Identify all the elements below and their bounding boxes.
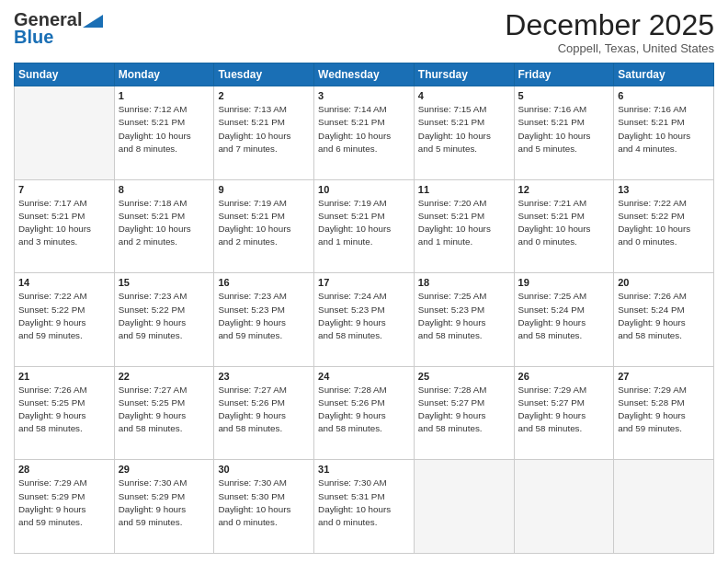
day-cell: 8Sunrise: 7:18 AMSunset: 5:21 PMDaylight… <box>114 179 214 273</box>
day-cell <box>414 460 514 554</box>
day-cell: 24Sunrise: 7:28 AMSunset: 5:26 PMDayligh… <box>314 366 415 460</box>
day-info: Sunrise: 7:24 AMSunset: 5:23 PMDaylight:… <box>318 290 410 342</box>
day-info: Sunrise: 7:29 AMSunset: 5:29 PMDaylight:… <box>18 477 110 529</box>
calendar-header-row: SundayMondayTuesdayWednesdayThursdayFrid… <box>15 63 714 86</box>
day-number: 3 <box>318 90 410 101</box>
week-row-3: 14Sunrise: 7:22 AMSunset: 5:22 PMDayligh… <box>15 273 714 367</box>
day-number: 23 <box>218 371 310 382</box>
day-info: Sunrise: 7:18 AMSunset: 5:21 PMDaylight:… <box>119 197 210 249</box>
day-number: 6 <box>618 90 710 101</box>
day-cell: 2Sunrise: 7:13 AMSunset: 5:21 PMDaylight… <box>214 86 314 180</box>
day-cell <box>15 86 115 180</box>
day-cell: 28Sunrise: 7:29 AMSunset: 5:29 PMDayligh… <box>15 460 115 554</box>
day-info: Sunrise: 7:16 AMSunset: 5:21 PMDaylight:… <box>518 103 610 155</box>
day-number: 20 <box>618 277 710 288</box>
col-header-tuesday: Tuesday <box>214 63 314 86</box>
day-info: Sunrise: 7:17 AMSunset: 5:21 PMDaylight:… <box>18 197 110 249</box>
day-cell: 5Sunrise: 7:16 AMSunset: 5:21 PMDaylight… <box>514 86 614 180</box>
day-cell: 13Sunrise: 7:22 AMSunset: 5:22 PMDayligh… <box>614 179 714 273</box>
day-info: Sunrise: 7:29 AMSunset: 5:28 PMDaylight:… <box>618 384 710 436</box>
day-number: 7 <box>18 184 110 195</box>
day-number: 25 <box>418 371 510 382</box>
day-info: Sunrise: 7:14 AMSunset: 5:21 PMDaylight:… <box>318 103 410 155</box>
day-cell: 9Sunrise: 7:19 AMSunset: 5:21 PMDaylight… <box>214 179 314 273</box>
day-number: 11 <box>418 184 510 195</box>
day-cell: 26Sunrise: 7:29 AMSunset: 5:27 PMDayligh… <box>514 366 614 460</box>
day-number: 30 <box>218 464 310 475</box>
day-number: 31 <box>318 464 410 475</box>
day-cell: 25Sunrise: 7:28 AMSunset: 5:27 PMDayligh… <box>414 366 514 460</box>
day-cell: 17Sunrise: 7:24 AMSunset: 5:23 PMDayligh… <box>314 273 415 367</box>
day-info: Sunrise: 7:15 AMSunset: 5:21 PMDaylight:… <box>418 103 510 155</box>
day-number: 9 <box>218 184 310 195</box>
col-header-sunday: Sunday <box>15 63 115 86</box>
day-number: 26 <box>518 371 610 382</box>
week-row-1: 1Sunrise: 7:12 AMSunset: 5:21 PMDaylight… <box>15 86 714 180</box>
day-info: Sunrise: 7:30 AMSunset: 5:29 PMDaylight:… <box>119 477 210 529</box>
day-number: 4 <box>418 90 510 101</box>
day-info: Sunrise: 7:26 AMSunset: 5:24 PMDaylight:… <box>618 290 710 342</box>
day-info: Sunrise: 7:19 AMSunset: 5:21 PMDaylight:… <box>218 197 310 249</box>
day-info: Sunrise: 7:27 AMSunset: 5:25 PMDaylight:… <box>119 384 210 436</box>
day-number: 8 <box>119 184 210 195</box>
day-info: Sunrise: 7:25 AMSunset: 5:24 PMDaylight:… <box>518 290 610 342</box>
day-cell: 22Sunrise: 7:27 AMSunset: 5:25 PMDayligh… <box>114 366 214 460</box>
day-cell <box>514 460 614 554</box>
day-info: Sunrise: 7:13 AMSunset: 5:21 PMDaylight:… <box>218 103 310 155</box>
header: General Blue December 2025 Coppell, Texa… <box>14 9 714 55</box>
day-info: Sunrise: 7:28 AMSunset: 5:27 PMDaylight:… <box>418 384 510 436</box>
day-info: Sunrise: 7:25 AMSunset: 5:23 PMDaylight:… <box>418 290 510 342</box>
day-info: Sunrise: 7:30 AMSunset: 5:30 PMDaylight:… <box>218 477 310 529</box>
day-cell: 3Sunrise: 7:14 AMSunset: 5:21 PMDaylight… <box>314 86 415 180</box>
day-info: Sunrise: 7:12 AMSunset: 5:21 PMDaylight:… <box>119 103 210 155</box>
title-block: December 2025 Coppell, Texas, United Sta… <box>505 9 714 55</box>
day-cell: 11Sunrise: 7:20 AMSunset: 5:21 PMDayligh… <box>414 179 514 273</box>
day-cell: 6Sunrise: 7:16 AMSunset: 5:21 PMDaylight… <box>614 86 714 180</box>
day-number: 5 <box>518 90 610 101</box>
day-cell: 1Sunrise: 7:12 AMSunset: 5:21 PMDaylight… <box>114 86 214 180</box>
day-cell <box>614 460 714 554</box>
week-row-4: 21Sunrise: 7:26 AMSunset: 5:25 PMDayligh… <box>15 366 714 460</box>
day-number: 1 <box>119 90 210 101</box>
day-cell: 14Sunrise: 7:22 AMSunset: 5:22 PMDayligh… <box>15 273 115 367</box>
week-row-2: 7Sunrise: 7:17 AMSunset: 5:21 PMDaylight… <box>15 179 714 273</box>
logo-icon <box>83 11 103 28</box>
location: Coppell, Texas, United States <box>505 41 714 55</box>
day-cell: 18Sunrise: 7:25 AMSunset: 5:23 PMDayligh… <box>414 273 514 367</box>
logo: General Blue <box>14 9 103 48</box>
day-info: Sunrise: 7:20 AMSunset: 5:21 PMDaylight:… <box>418 197 510 249</box>
day-number: 10 <box>318 184 410 195</box>
day-info: Sunrise: 7:23 AMSunset: 5:22 PMDaylight:… <box>119 290 210 342</box>
day-info: Sunrise: 7:22 AMSunset: 5:22 PMDaylight:… <box>18 290 110 342</box>
day-number: 19 <box>518 277 610 288</box>
day-number: 18 <box>418 277 510 288</box>
day-number: 17 <box>318 277 410 288</box>
day-info: Sunrise: 7:22 AMSunset: 5:22 PMDaylight:… <box>618 197 710 249</box>
day-number: 15 <box>119 277 210 288</box>
col-header-wednesday: Wednesday <box>314 63 415 86</box>
day-info: Sunrise: 7:29 AMSunset: 5:27 PMDaylight:… <box>518 384 610 436</box>
day-cell: 29Sunrise: 7:30 AMSunset: 5:29 PMDayligh… <box>114 460 214 554</box>
day-info: Sunrise: 7:26 AMSunset: 5:25 PMDaylight:… <box>18 384 110 436</box>
col-header-thursday: Thursday <box>414 63 514 86</box>
day-number: 12 <box>518 184 610 195</box>
day-info: Sunrise: 7:21 AMSunset: 5:21 PMDaylight:… <box>518 197 610 249</box>
col-header-friday: Friday <box>514 63 614 86</box>
day-number: 16 <box>218 277 310 288</box>
day-cell: 16Sunrise: 7:23 AMSunset: 5:23 PMDayligh… <box>214 273 314 367</box>
day-number: 21 <box>18 371 110 382</box>
month-title: December 2025 <box>505 9 714 41</box>
day-cell: 10Sunrise: 7:19 AMSunset: 5:21 PMDayligh… <box>314 179 415 273</box>
page: General Blue December 2025 Coppell, Texa… <box>0 0 728 563</box>
day-number: 29 <box>119 464 210 475</box>
day-cell: 30Sunrise: 7:30 AMSunset: 5:30 PMDayligh… <box>214 460 314 554</box>
day-cell: 19Sunrise: 7:25 AMSunset: 5:24 PMDayligh… <box>514 273 614 367</box>
week-row-5: 28Sunrise: 7:29 AMSunset: 5:29 PMDayligh… <box>15 460 714 554</box>
day-number: 2 <box>218 90 310 101</box>
calendar: SundayMondayTuesdayWednesdayThursdayFrid… <box>14 63 714 554</box>
day-number: 28 <box>18 464 110 475</box>
day-cell: 15Sunrise: 7:23 AMSunset: 5:22 PMDayligh… <box>114 273 214 367</box>
day-cell: 7Sunrise: 7:17 AMSunset: 5:21 PMDaylight… <box>15 179 115 273</box>
day-info: Sunrise: 7:23 AMSunset: 5:23 PMDaylight:… <box>218 290 310 342</box>
day-cell: 23Sunrise: 7:27 AMSunset: 5:26 PMDayligh… <box>214 366 314 460</box>
